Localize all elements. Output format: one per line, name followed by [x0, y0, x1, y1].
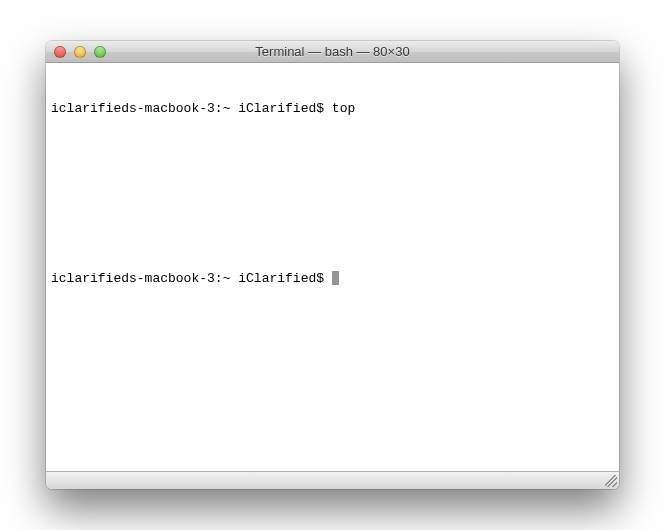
cursor — [332, 271, 339, 285]
prompt: iclarifieds-macbook-3:~ iClarified$ — [51, 271, 332, 286]
terminal-window: Terminal — bash — 80×30 iclarifieds-macb… — [46, 41, 619, 489]
statusbar — [46, 471, 619, 489]
command: top — [332, 101, 355, 116]
terminal-line: iclarifieds-macbook-3:~ iClarified$ top — [51, 100, 614, 117]
terminal-body[interactable]: iclarifieds-macbook-3:~ iClarified$ top … — [46, 63, 619, 471]
resize-grip[interactable] — [605, 475, 617, 487]
close-button[interactable] — [54, 46, 66, 58]
zoom-button[interactable] — [94, 46, 106, 58]
window-title: Terminal — bash — 80×30 — [46, 44, 619, 59]
terminal-current-line: iclarifieds-macbook-3:~ iClarified$ — [51, 270, 614, 287]
minimize-button[interactable] — [74, 46, 86, 58]
output-gap — [51, 151, 614, 236]
prompt: iclarifieds-macbook-3:~ iClarified$ — [51, 101, 332, 116]
titlebar[interactable]: Terminal — bash — 80×30 — [46, 41, 619, 63]
traffic-lights — [46, 46, 106, 58]
